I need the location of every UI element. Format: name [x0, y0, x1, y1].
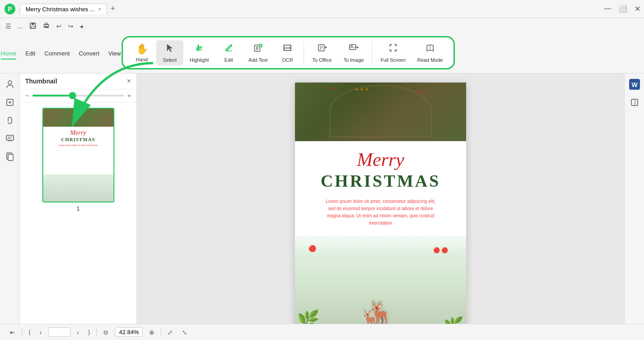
zoom-in-icon[interactable]: + — [127, 92, 131, 99]
to-image-icon — [349, 43, 358, 55]
ocr-tool-button[interactable]: OCR OCR — [274, 40, 301, 65]
select-tool-button[interactable]: Select — [156, 40, 183, 65]
window-controls: — ⬜ ✕ — [604, 5, 640, 13]
redo-button[interactable]: ↪ — [66, 22, 75, 31]
ocr-icon: OCR — [282, 43, 292, 55]
christmas-text: CHRISTMAS — [313, 171, 448, 191]
tab-edit[interactable]: Edit — [25, 48, 35, 60]
to-office-label: To Office — [312, 57, 331, 63]
card-bottom-scene: 🌿 🌿 🦌 🦌 🌲 🔴 🔴 🔴 — [295, 236, 466, 324]
right-word-icon[interactable]: W — [627, 77, 642, 92]
to-image-tool-button[interactable]: To Image — [338, 40, 369, 65]
arrow-annotation — [137, 74, 162, 137]
main-area: Thumbnail × − + Merry CHRISTMAS — [0, 74, 644, 324]
edit-icon — [224, 43, 234, 55]
toolbar-separator-1 — [304, 41, 304, 64]
prev-page-button[interactable]: ⟨ — [26, 328, 33, 337]
pdf-viewer[interactable]: ✦ ✦ ✦ ● ● ● ● Merry CHRISTMAS Lorem ipsu… — [137, 74, 624, 324]
svg-text:OCR: OCR — [284, 46, 291, 50]
read-mode-tool-button[interactable]: Read Mode — [412, 40, 449, 65]
menu-button[interactable]: ☰ — [4, 22, 13, 31]
svg-rect-7 — [45, 26, 48, 28]
minimize-button[interactable]: — — [604, 5, 611, 13]
app-logo: P — [4, 3, 16, 15]
thumbnail-image: Merry CHRISTMAS Lorem ipsum dolor sit am… — [42, 108, 114, 202]
back-button[interactable]: ◂ — [78, 22, 85, 31]
add-text-label: Add Text — [249, 57, 268, 63]
zoom-in-status-button[interactable]: ⊕ — [146, 328, 157, 337]
svg-rect-35 — [8, 154, 13, 161]
christmas-card: ✦ ✦ ✦ ● ● ● ● Merry CHRISTMAS Lorem ipsu… — [295, 83, 466, 324]
select-label: Select — [163, 57, 177, 63]
full-screen-label: Full Screen — [381, 57, 406, 63]
card-text-area: Merry CHRISTMAS Lorem ipsum dolor sit am… — [295, 141, 466, 236]
thumbnail-close-button[interactable]: × — [127, 77, 131, 85]
sidebar-person-icon[interactable] — [3, 77, 17, 92]
add-text-tool-button[interactable]: Add Text — [243, 40, 273, 65]
lorem-ipsum-text: Lorem ipsum dolor sit amet, consectetur … — [322, 198, 439, 227]
tab-close-button[interactable]: × — [98, 6, 101, 12]
hand-icon: ✋ — [136, 43, 148, 55]
zoom-out-status-button[interactable]: ⊖ — [100, 328, 111, 337]
quick-toolbar: ☰ ... ↩ ↪ ◂ — [0, 18, 644, 34]
to-office-tool-button[interactable]: To Office — [307, 40, 337, 65]
svg-text:P: P — [8, 5, 12, 13]
add-text-icon — [253, 43, 263, 55]
full-screen-icon — [388, 43, 398, 55]
sidebar-pages-icon[interactable] — [3, 149, 17, 164]
zoom-slider[interactable] — [32, 95, 124, 96]
right-panel-icon[interactable] — [627, 95, 642, 110]
highlight-tool-button[interactable]: Highlight — [184, 40, 214, 65]
full-screen-tool-button[interactable]: Full Screen — [375, 40, 411, 65]
thumbnail-item[interactable]: Merry CHRISTMAS Lorem ipsum dolor sit am… — [42, 108, 114, 212]
next-page-button[interactable]: ⟩ — [85, 328, 93, 337]
thumbnail-zoom-bar: − + — [20, 89, 136, 102]
read-mode-label: Read Mode — [417, 57, 443, 63]
next-arrow-button[interactable]: › — [74, 328, 82, 337]
toolbar-separator-2 — [372, 41, 372, 64]
undo-button[interactable]: ↩ — [54, 22, 63, 31]
tab-title: Merry Christmas wishes ... — [26, 6, 95, 13]
close-button[interactable]: ✕ — [635, 5, 640, 13]
thumbnail-header: Thumbnail × — [20, 74, 136, 89]
svg-rect-3 — [32, 23, 34, 25]
titlebar: P Merry Christmas wishes ... × + — ⬜ ✕ — [0, 0, 644, 18]
fit-width-button[interactable]: ⤡ — [179, 328, 190, 337]
active-tab[interactable]: Merry Christmas wishes ... × — [20, 4, 107, 14]
svg-rect-31 — [6, 135, 14, 140]
highlight-icon — [194, 43, 204, 55]
svg-point-27 — [8, 81, 12, 84]
edit-tool-button[interactable]: Edit — [215, 40, 242, 65]
maximize-button[interactable]: ⬜ — [618, 5, 627, 13]
new-tab-button[interactable]: + — [107, 4, 119, 14]
zoom-level-display[interactable]: 42.84% — [115, 327, 143, 337]
thumbnail-page-number: 1 — [77, 205, 80, 212]
left-sidebar — [0, 74, 20, 324]
read-mode-icon — [425, 43, 435, 55]
first-page-button[interactable]: ⇤ — [7, 328, 18, 337]
svg-text:W: W — [631, 81, 638, 88]
prev-arrow-button[interactable]: ‹ — [37, 328, 45, 337]
sidebar-add-icon[interactable] — [3, 95, 17, 110]
tab-view[interactable]: View — [109, 48, 121, 60]
svg-rect-9 — [198, 45, 199, 51]
fit-page-button[interactable]: ⤢ — [165, 328, 176, 337]
page-number-input[interactable]: 1/1 — [48, 327, 71, 337]
print-button[interactable] — [41, 21, 52, 32]
save-button[interactable] — [27, 21, 38, 32]
status-separator-2 — [96, 328, 97, 337]
tab-convert[interactable]: Convert — [79, 48, 100, 60]
sidebar-attachment-icon[interactable] — [3, 113, 17, 128]
hand-label: Hand — [136, 57, 148, 62]
svg-rect-39 — [631, 99, 638, 106]
tab-comment[interactable]: Comment — [45, 48, 70, 60]
tab-home[interactable]: Home — [1, 48, 17, 60]
tab-bar: Merry Christmas wishes ... × + — [20, 4, 597, 14]
toolbar-area: ☰ ... ↩ ↪ ◂ Home Edit Comment Convert Vi… — [0, 18, 644, 74]
ocr-label: OCR — [282, 57, 293, 63]
sidebar-comment-icon[interactable] — [3, 131, 17, 146]
pdf-page: ✦ ✦ ✦ ● ● ● ● Merry CHRISTMAS Lorem ipsu… — [295, 83, 466, 324]
hand-tool-button[interactable]: ✋ Hand — [128, 41, 155, 65]
zoom-out-icon[interactable]: − — [25, 92, 29, 99]
ellipsis-button[interactable]: ... — [16, 22, 25, 31]
